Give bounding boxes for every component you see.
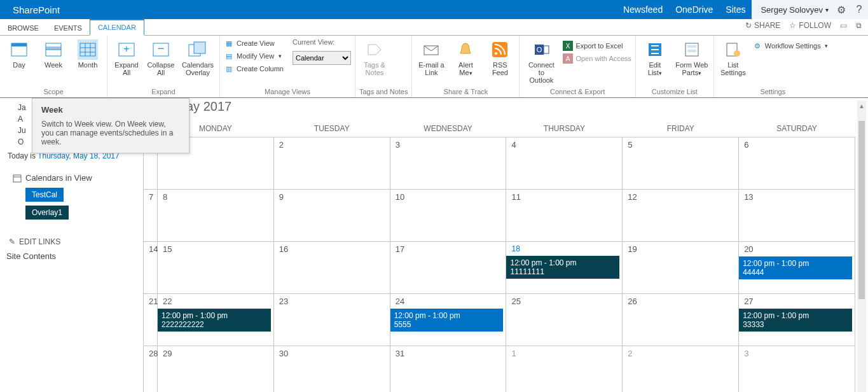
svg-rect-17 <box>492 42 507 57</box>
calendar-cell[interactable]: 25 <box>506 294 623 346</box>
gear-icon[interactable]: ⚙ <box>832 0 850 19</box>
calendar-badge-overlay1[interactable]: Overlay1 <box>25 206 69 220</box>
calendar-cell[interactable]: 30 <box>273 346 390 393</box>
calendar-cell[interactable]: 1812:00 pm - 1:00 pm11111111 <box>506 242 623 294</box>
calendar-cell[interactable]: 1 <box>506 346 623 393</box>
calendar-badge-testcal[interactable]: TestCal <box>25 188 64 202</box>
group-scope: Day Week Month Scope <box>0 36 107 97</box>
scroll-thumb[interactable] <box>858 121 865 299</box>
access-icon: A <box>563 53 573 64</box>
col-tuesday: TUESDAY <box>273 120 390 137</box>
calendar-cell[interactable]: 2 <box>623 346 739 393</box>
calendar-event[interactable]: 12:00 pm - 1:00 pm44444 <box>739 256 852 279</box>
calendar-cell[interactable]: 8 <box>158 190 274 242</box>
fullpage-icon[interactable]: ⧉ <box>856 21 862 30</box>
scroll-up-icon[interactable]: ▲ <box>857 101 866 111</box>
calendar-cell[interactable]: 16 <box>273 242 390 294</box>
group-expand: + Expand All − Collapse All Calendars Ov… <box>107 36 220 97</box>
create-view-button[interactable]: ▦Create View <box>224 38 284 48</box>
calendar-cell[interactable]: 29 <box>158 346 274 393</box>
calendar-cell[interactable]: 2 <box>273 137 390 190</box>
edit-list-button[interactable]: Edit List▾ <box>640 38 670 78</box>
expand-all-button[interactable]: + Expand All <box>111 38 142 78</box>
calendar-area: ay 2017 MONDAY TUESDAY WEDNESDAY THURSDA… <box>143 98 868 392</box>
rss-icon <box>490 39 510 60</box>
vertical-scrollbar[interactable]: ▲ ▼ <box>857 101 866 387</box>
current-view-select[interactable]: Calendar <box>293 51 351 65</box>
group-customize-list: Edit List▾ Form Web Parts▾ Customize Lis… <box>636 36 714 97</box>
pencil-icon: ✎ <box>9 237 15 246</box>
open-access-button[interactable]: AOpen with Access <box>563 53 631 64</box>
tab-events[interactable]: EVENTS <box>46 21 90 35</box>
export-excel-button[interactable]: XExport to Excel <box>563 41 631 51</box>
calendar-event[interactable]: 12:00 pm - 1:00 pm2222222222 <box>158 309 271 332</box>
ribbon: Day Week Month Scope + Expand All − Coll… <box>0 36 868 98</box>
calendar-cell[interactable]: 3 <box>390 137 506 190</box>
week-button[interactable]: Week <box>38 38 69 70</box>
email-link-button[interactable]: E-mail a Link <box>416 38 446 78</box>
calendar-cell[interactable]: 23 <box>273 294 390 346</box>
calendar-cell[interactable]: 2012:00 pm - 1:00 pm44444 <box>739 242 855 294</box>
day-button[interactable]: Day <box>4 38 34 70</box>
calendar-cell[interactable]: 7 <box>144 190 158 242</box>
col-wednesday: WEDNESDAY <box>390 120 506 137</box>
calendar-cell[interactable]: 4 <box>506 137 623 190</box>
svg-rect-28 <box>687 45 696 48</box>
follow-button[interactable]: ☆FOLLOW <box>789 21 831 30</box>
help-icon[interactable]: ? <box>850 0 868 19</box>
site-contents-link[interactable]: Site Contents <box>6 251 137 261</box>
calendar-cell[interactable]: 19 <box>623 242 739 294</box>
modify-view-button[interactable]: ▤Modify View▾ <box>224 51 284 61</box>
calendar-cell[interactable]: 5 <box>623 137 739 190</box>
col-saturday: SATURDAY <box>739 120 855 137</box>
calendar-cell[interactable]: 10 <box>390 190 506 242</box>
calendar-cell[interactable]: 2412:00 pm - 1:00 pm5555 <box>390 294 506 346</box>
collapse-icon: − <box>151 39 171 60</box>
month-title: ay 2017 <box>143 98 855 120</box>
calendar-cell[interactable]: 12 <box>623 190 739 242</box>
newsfeed-link[interactable]: Newsfeed <box>617 4 669 15</box>
create-column-button[interactable]: ▥Create Column <box>224 64 284 74</box>
left-panel: Week Switch to Week view. On Week view, … <box>0 98 143 392</box>
calendar-cell[interactable]: 3 <box>739 346 855 393</box>
alert-me-button[interactable]: Alert Me▾ <box>450 38 481 78</box>
workflow-settings-button[interactable]: ⚙Workflow Settings▾ <box>752 41 828 51</box>
list-settings-button[interactable]: List Settings <box>718 38 748 78</box>
calendar-event[interactable]: 12:00 pm - 1:00 pm33333 <box>739 309 852 332</box>
tags-notes-button[interactable]: Tags & Notes <box>359 38 390 78</box>
share-button[interactable]: ↻SHARE <box>745 21 780 30</box>
calendars-overlay-button[interactable]: Calendars Overlay <box>180 38 216 78</box>
star-icon: ☆ <box>789 21 796 30</box>
onedrive-link[interactable]: OneDrive <box>669 4 719 15</box>
calendar-cell[interactable]: 28 <box>144 346 158 393</box>
collapse-all-button[interactable]: − Collapse All <box>146 38 176 78</box>
rss-feed-button[interactable]: RSS Feed <box>485 38 515 78</box>
edit-links[interactable]: ✎EDIT LINKS <box>6 223 137 251</box>
connect-outlook-button[interactable]: O Connect to Outlook <box>523 38 559 85</box>
day-icon <box>9 39 29 60</box>
calendar-cell[interactable]: 14 <box>144 242 158 294</box>
calendar-cell[interactable]: 11 <box>506 190 623 242</box>
tab-browse[interactable]: BROWSE <box>0 21 46 35</box>
calendar-event[interactable]: 12:00 pm - 1:00 pm11111111 <box>506 256 619 279</box>
calendar-cell[interactable]: 6 <box>739 137 855 190</box>
focus-icon[interactable]: ▭ <box>840 21 847 30</box>
calendar-cell[interactable]: 2212:00 pm - 1:00 pm2222222222 <box>158 294 274 346</box>
svg-text:X: X <box>566 43 570 50</box>
calendar-cell[interactable]: 13 <box>739 190 855 242</box>
form-web-parts-button[interactable]: Form Web Parts▾ <box>674 38 710 78</box>
svg-point-31 <box>734 50 740 57</box>
calendar-cell[interactable]: 26 <box>623 294 739 346</box>
calendar-cell[interactable]: 21 <box>144 294 158 346</box>
calendar-cell[interactable]: 31 <box>390 346 506 393</box>
sites-link[interactable]: Sites <box>719 4 752 15</box>
brand-label: SharePoint <box>0 4 72 15</box>
calendar-cell[interactable]: 9 <box>273 190 390 242</box>
tab-calendar[interactable]: CALENDAR <box>90 19 144 36</box>
calendar-cell[interactable]: 2712:00 pm - 1:00 pm33333 <box>739 294 855 346</box>
month-button[interactable]: Month <box>72 38 103 70</box>
calendar-cell[interactable]: 15 <box>158 242 274 294</box>
calendar-cell[interactable]: 17 <box>390 242 506 294</box>
calendar-event[interactable]: 12:00 pm - 1:00 pm5555 <box>390 309 504 332</box>
user-menu[interactable]: Sergey Solovyev▾ <box>752 0 832 19</box>
